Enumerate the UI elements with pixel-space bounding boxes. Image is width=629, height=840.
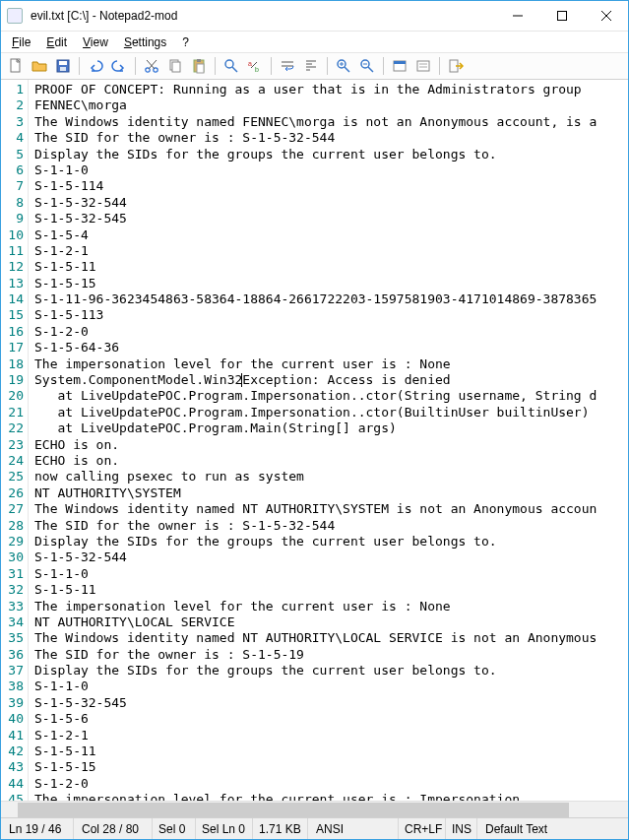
- status-eol[interactable]: CR+LF: [399, 818, 446, 839]
- text-line[interactable]: S-1-2-0: [34, 776, 628, 792]
- text-line[interactable]: at LiveUpdatePOC.Program.Main(String[] a…: [34, 420, 628, 436]
- save-button[interactable]: [52, 55, 74, 77]
- text-line[interactable]: S-1-5-6: [34, 711, 628, 727]
- text-line[interactable]: at LiveUpdatePOC.Program.Impersonation..…: [34, 405, 628, 420]
- menu-help[interactable]: ?: [175, 33, 196, 51]
- menu-view[interactable]: View: [76, 33, 115, 51]
- text-line[interactable]: S-1-5-11: [34, 743, 628, 759]
- zoom-in-icon: [336, 58, 351, 74]
- text-line[interactable]: S-1-1-0: [34, 566, 628, 582]
- zoomout-button[interactable]: [356, 55, 378, 77]
- text-line[interactable]: at LiveUpdatePOC.Program.Impersonation..…: [34, 388, 628, 404]
- zoom-out-icon: [359, 58, 375, 74]
- text-line[interactable]: Display the SIDs for the groups the curr…: [34, 534, 628, 549]
- scrollbar-thumb[interactable]: [18, 803, 569, 817]
- text-line[interactable]: The Windows identity named FENNEC\morga …: [34, 114, 628, 130]
- window-buttons: [495, 1, 628, 31]
- exit-button[interactable]: [445, 55, 467, 77]
- text-line[interactable]: S-1-11-96-3623454863-58364-18864-2661722…: [34, 291, 628, 307]
- status-lexer[interactable]: Default Text: [477, 818, 628, 839]
- maximize-button[interactable]: [539, 1, 584, 31]
- text-line[interactable]: S-1-5-114: [34, 178, 628, 194]
- status-column: Col 28 / 80: [74, 818, 153, 839]
- line-number: 44: [1, 776, 24, 792]
- text-line[interactable]: S-1-5-15: [34, 759, 628, 775]
- text-line[interactable]: S-1-2-1: [34, 728, 628, 743]
- replace-button[interactable]: ab: [244, 55, 266, 77]
- close-button[interactable]: [584, 1, 628, 31]
- text-line[interactable]: The SID for the owner is : S-1-5-32-544: [34, 130, 628, 146]
- text-content[interactable]: PROOF OF CONCEPT: Running as a user that…: [29, 80, 628, 801]
- line-number: 17: [1, 340, 24, 355]
- text-line[interactable]: S-1-1-0: [34, 162, 628, 178]
- status-filesize: 1.71 KB: [253, 818, 308, 839]
- svg-rect-16: [197, 64, 204, 73]
- editor-area[interactable]: 1234567891011121314151617181920212223242…: [1, 80, 628, 801]
- text-line[interactable]: S-1-5-15: [34, 276, 628, 291]
- menu-edit[interactable]: Edit: [39, 33, 74, 51]
- horizontal-scrollbar[interactable]: [1, 801, 628, 817]
- text-line[interactable]: NT AUTHORITY\SYSTEM: [34, 485, 628, 501]
- copy-button[interactable]: [164, 55, 186, 77]
- text-line[interactable]: NT AUTHORITY\LOCAL SERVICE: [34, 614, 628, 630]
- text-line[interactable]: S-1-5-113: [34, 307, 628, 323]
- text-line[interactable]: now calling psexec to run as system: [34, 469, 628, 485]
- text-line[interactable]: S-1-2-0: [34, 324, 628, 340]
- new-button[interactable]: [5, 55, 27, 77]
- text-line[interactable]: The impersonation level for the current …: [34, 792, 628, 801]
- text-line[interactable]: The impersonation level for the current …: [34, 356, 628, 372]
- redo-button[interactable]: [108, 55, 130, 77]
- paste-button[interactable]: [188, 55, 210, 77]
- wordwrap-button[interactable]: [277, 55, 298, 77]
- line-number: 2: [1, 97, 24, 113]
- text-line[interactable]: S-1-5-32-544: [34, 195, 628, 211]
- text-line[interactable]: S-1-1-0: [34, 678, 628, 694]
- customize-button[interactable]: [412, 55, 434, 77]
- text-line[interactable]: Display the SIDs for the groups the curr…: [34, 663, 628, 678]
- text-line[interactable]: The impersonation level for the current …: [34, 599, 628, 614]
- toolbar-sep: [439, 57, 440, 75]
- text-line[interactable]: S-1-5-4: [34, 227, 628, 243]
- status-ovr[interactable]: INS: [446, 818, 477, 839]
- title-bar[interactable]: evil.txt [C:\] - Notepad2-mod: [1, 1, 628, 31]
- toolbar-sep: [271, 57, 272, 75]
- minimize-button[interactable]: [495, 1, 539, 31]
- line-number: 42: [1, 743, 24, 759]
- zoomin-button[interactable]: [333, 55, 354, 77]
- text-line[interactable]: S-1-5-64-36: [34, 340, 628, 355]
- text-line[interactable]: S-1-5-11: [34, 259, 628, 275]
- line-number: 23: [1, 437, 24, 453]
- text-line[interactable]: The SID for the owner is : S-1-5-32-544: [34, 518, 628, 534]
- longlines-button[interactable]: [300, 55, 322, 77]
- text-line[interactable]: The Windows identity named NT AUTHORITY\…: [34, 630, 628, 646]
- text-line[interactable]: S-1-5-32-544: [34, 549, 628, 565]
- text-line[interactable]: The Windows identity named NT AUTHORITY\…: [34, 501, 628, 517]
- text-line[interactable]: PROOF OF CONCEPT: Running as a user that…: [34, 82, 628, 97]
- scheme-icon: [392, 58, 408, 74]
- cut-button[interactable]: [141, 55, 162, 77]
- line-number: 36: [1, 647, 24, 663]
- text-line[interactable]: System.ComponentModel.Win32Exception: Ac…: [34, 372, 628, 388]
- text-line[interactable]: S-1-5-32-545: [34, 695, 628, 711]
- scheme-button[interactable]: [389, 55, 410, 77]
- status-bar: Ln 19 / 46 Col 28 / 80 Sel 0 Sel Ln 0 1.…: [1, 817, 628, 839]
- menu-settings[interactable]: Settings: [117, 33, 173, 51]
- open-folder-icon: [31, 58, 47, 74]
- undo-button[interactable]: [85, 55, 106, 77]
- open-button[interactable]: [29, 55, 50, 77]
- app-window: evil.txt [C:\] - Notepad2-mod File Edit …: [0, 0, 629, 840]
- text-line[interactable]: ECHO is on.: [34, 437, 628, 453]
- text-line[interactable]: Display the SIDs for the groups the curr…: [34, 147, 628, 162]
- menu-file[interactable]: File: [5, 33, 37, 51]
- text-line[interactable]: S-1-5-11: [34, 582, 628, 598]
- text-line[interactable]: S-1-2-1: [34, 243, 628, 259]
- text-line[interactable]: S-1-5-32-545: [34, 211, 628, 226]
- status-encoding[interactable]: ANSI: [308, 818, 399, 839]
- text-line[interactable]: ECHO is on.: [34, 453, 628, 469]
- svg-line-28: [345, 67, 349, 72]
- line-number: 31: [1, 566, 24, 582]
- find-button[interactable]: [220, 55, 242, 77]
- text-line[interactable]: The SID for the owner is : S-1-5-19: [34, 647, 628, 663]
- line-number: 33: [1, 599, 24, 614]
- text-line[interactable]: FENNEC\morga: [34, 97, 628, 113]
